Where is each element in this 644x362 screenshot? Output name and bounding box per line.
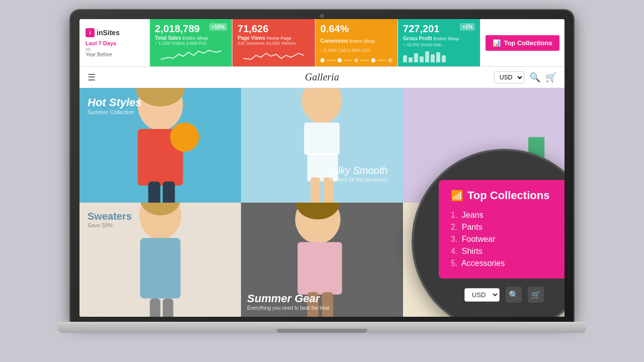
screen-content: i inSites Last 7 Days vs. Year Before 2,…: [79, 19, 565, 317]
metric-gross-profit: 727,201 +1% Gross Profit Entire Shop ↑ 4…: [398, 19, 480, 66]
laptop-base: [58, 322, 586, 333]
logo-row: i inSites: [86, 28, 143, 37]
views-sparkline: [237, 48, 309, 62]
insites-icon: i: [86, 28, 95, 37]
svg-rect-27: [298, 242, 342, 294]
sweaters-title: Sweaters: [88, 211, 132, 222]
silky-smooth-sub: Perfect for the bedroom: [329, 176, 388, 183]
summer-gear-sub: Everything you need to beat the heat: [247, 305, 329, 311]
svg-rect-19: [140, 238, 180, 298]
currency-selector[interactable]: USD EUR GBP: [494, 71, 524, 83]
collection-item-1: Jeans: [462, 211, 484, 219]
laptop-shell: i inSites Last 7 Days vs. Year Before 2,…: [45, 10, 599, 352]
profit-value: 727,201: [403, 23, 439, 35]
svg-rect-4: [163, 182, 175, 202]
camera-dot: [320, 14, 324, 18]
silky-smooth-image: [241, 88, 403, 203]
collections-list: 1. Jeans 2. Pants 3. Footwear: [451, 209, 557, 269]
metric-conversion: 0.64% Conversion Entire Shop ↑ 2.25% Car…: [315, 19, 398, 66]
header-actions: USD EUR GBP 🔍 🛒: [494, 71, 556, 83]
grid-cell-hot-styles[interactable]: Hot Styles Summer Collection: [79, 88, 241, 203]
insites-name: inSites: [97, 29, 120, 37]
grid-cell-sweaters[interactable]: Sweaters Save 50%: [79, 203, 241, 317]
sales-value: 2,018,789: [155, 23, 200, 35]
analytics-bar: i inSites Last 7 Days vs. Year Before 2,…: [79, 19, 565, 67]
screen-bezel: i inSites Last 7 Days vs. Year Before 2,…: [70, 10, 574, 322]
hot-styles-title: Hot Styles: [88, 96, 142, 109]
top-collections-button[interactable]: 📊 Top Collections: [486, 35, 559, 51]
sales-badge: +15%: [209, 23, 227, 31]
conv-value: 0.64%: [320, 23, 349, 35]
conv-label: Conversion Entire Shop: [320, 38, 392, 44]
svg-rect-9: [304, 123, 340, 155]
hot-styles-sub: Summer Collection: [88, 109, 142, 115]
vs-text: vs.: [86, 46, 143, 52]
store-name: Galleria: [305, 71, 339, 83]
list-item[interactable]: 2. Pants: [451, 221, 557, 233]
grid-cell-summer-gear[interactable]: Summer Gear Everything you need to beat …: [241, 203, 403, 317]
views-label: Page Views Home Page: [237, 35, 309, 41]
conv-progress: [320, 58, 392, 62]
silky-smooth-title: Silky Smooth: [329, 165, 388, 176]
summer-gear-title: Summer Gear: [247, 292, 329, 305]
views-sub: 51k Sessions 44,002 Visitors: [237, 41, 309, 46]
hamburger-menu[interactable]: ☰: [88, 72, 96, 83]
insites-logo-panel: i inSites Last 7 Days vs. Year Before: [79, 19, 150, 66]
profit-bars: [403, 48, 475, 62]
store-header: ☰ Galleria USD EUR GBP 🔍 🛒: [79, 67, 565, 88]
magnified-bottom-actions: USD EUR 🔍 🛒: [464, 287, 544, 303]
collection-item-4: Shirts: [462, 247, 482, 255]
list-item[interactable]: 1. Jeans: [451, 209, 557, 221]
conv-sub: ↑ 2.25% Cart 1.60% C/O: [320, 48, 392, 53]
top-collections-card: 📶 Top Collections 1. Jeans 2. Pants: [439, 180, 565, 279]
currency-select-magnified[interactable]: USD EUR: [464, 288, 500, 302]
date-range-label[interactable]: Last 7 Days: [86, 40, 143, 46]
profit-sub: ↑ 42.9% Gross Mar...: [403, 42, 475, 47]
sort-icon: 📶: [451, 190, 463, 202]
views-value: 71,626: [237, 23, 268, 35]
svg-rect-21: [163, 298, 173, 317]
metric-total-sales: 2,018,789 +15% Total Sales Entire Shop ↑…: [150, 19, 232, 66]
summer-gear-label: Summer Gear Everything you need to beat …: [247, 292, 329, 311]
silky-smooth-label: Silky Smooth Perfect for the bedroom: [329, 165, 388, 183]
svg-rect-20: [150, 298, 160, 317]
list-item[interactable]: 3. Footwear: [451, 233, 557, 245]
collection-item-2: Pants: [462, 223, 482, 231]
sweaters-sub: Save 50%: [88, 222, 132, 228]
sales-sub: ↑ 1,256 Orders 2,668 Pcs: [155, 41, 227, 46]
cart-icon[interactable]: 🛒: [545, 72, 556, 83]
collection-item-3: Footwear: [462, 235, 496, 243]
svg-rect-3: [148, 182, 160, 202]
search-icon[interactable]: 🔍: [529, 72, 540, 83]
profit-label: Gross Profit Entire Shop: [403, 36, 475, 41]
list-item[interactable]: 4. Shirts: [451, 245, 557, 257]
cart-icon-magnified[interactable]: 🛒: [528, 287, 544, 303]
metric-page-views: 71,626 Page Views Home Page 51k Sessions…: [232, 19, 315, 66]
list-item[interactable]: 5. Accessories: [451, 257, 557, 269]
metric-top-views: 71,626: [237, 23, 309, 35]
hot-styles-label: Hot Styles Summer Collection: [88, 96, 142, 115]
top-collections-label: Top Collections: [504, 39, 552, 47]
search-icon-magnified[interactable]: 🔍: [506, 287, 522, 303]
profit-badge: +1%: [460, 23, 475, 31]
collection-item-5: Accessories: [461, 259, 505, 267]
card-title-row: 📶 Top Collections: [451, 189, 557, 202]
grid-cell-silky-smooth[interactable]: Silky Smooth Perfect for the bedroom: [241, 88, 403, 203]
year-before-label[interactable]: Year Before: [86, 52, 143, 57]
sweaters-label: Sweaters Save 50%: [88, 211, 132, 228]
metric-top-conv: 0.64%: [320, 23, 392, 35]
sales-sparkline: [155, 48, 227, 62]
top-collections-icon: 📊: [493, 39, 501, 47]
card-title-text: Top Collections: [467, 189, 549, 202]
svg-point-6: [170, 123, 199, 152]
metric-top-sales: 2,018,789 +15%: [155, 23, 227, 35]
metric-top-profit: 727,201 +1%: [403, 23, 475, 35]
svg-rect-11: [310, 177, 320, 202]
sales-label: Total Sales Entire Shop: [155, 35, 227, 41]
